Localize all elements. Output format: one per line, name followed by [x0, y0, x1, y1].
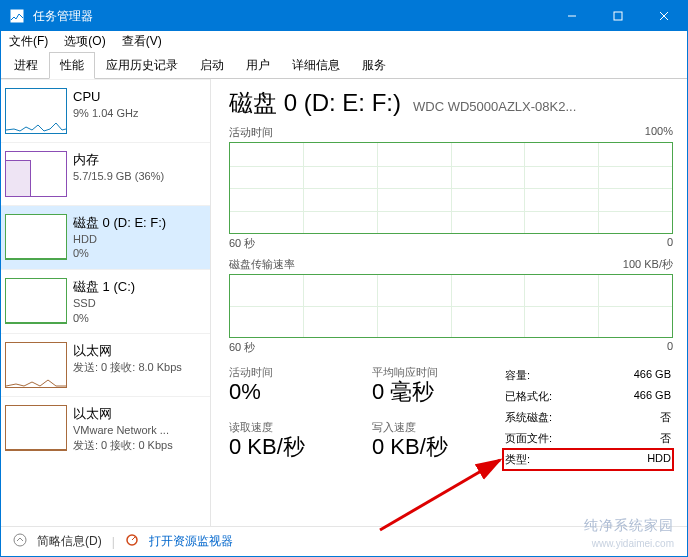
sysdisk-key: 系统磁盘: — [505, 410, 552, 425]
resmon-icon — [125, 533, 139, 550]
capacity-key: 容量: — [505, 368, 530, 383]
stat-read-speed: 读取速度 0 KB/秒 — [229, 420, 348, 459]
memory-thumb — [5, 151, 67, 197]
formatted-value: 466 GB — [634, 389, 671, 404]
sidebar[interactable]: CPU 9% 1.04 GHz 内存 5.7/15.9 GB (36%) 磁盘 … — [1, 79, 211, 526]
disk-thumb — [5, 214, 67, 260]
chart-transfer-rate: 磁盘传输速率 100 KB/秒 60 秒0 — [229, 257, 673, 355]
ethernet-thumb — [5, 405, 67, 451]
chart-max: 100% — [645, 125, 673, 140]
sidebar-item-sub2: 发送: 0 接收: 0 Kbps — [73, 438, 173, 453]
ethernet-thumb — [5, 342, 67, 388]
sidebar-item-label: 磁盘 0 (D: E: F:) — [73, 214, 166, 232]
tab-performance[interactable]: 性能 — [49, 52, 95, 79]
sidebar-item-sub: VMware Network ... — [73, 423, 173, 438]
fewer-details-link[interactable]: 简略信息(D) — [37, 533, 102, 550]
disk-model: WDC WD5000AZLX-08K2... — [413, 99, 576, 114]
menu-options[interactable]: 选项(O) — [62, 32, 107, 51]
sidebar-item-label: 内存 — [73, 151, 164, 169]
disk-thumb — [5, 278, 67, 324]
type-value: HDD — [647, 452, 671, 467]
chart-foot: 60 秒 — [229, 340, 255, 355]
sidebar-item-sub: SSD — [73, 296, 135, 311]
sidebar-item-label: 以太网 — [73, 342, 182, 360]
menu-file[interactable]: 文件(F) — [7, 32, 50, 51]
chart-foot: 60 秒 — [229, 236, 255, 251]
menu-view[interactable]: 查看(V) — [120, 32, 164, 51]
sidebar-item-label: CPU — [73, 88, 138, 106]
sidebar-item-sub: 5.7/15.9 GB (36%) — [73, 169, 164, 184]
minimize-button[interactable] — [549, 1, 595, 31]
window-controls — [549, 1, 687, 31]
sidebar-item-label: 磁盘 1 (C:) — [73, 278, 135, 296]
sidebar-item-disk0[interactable]: 磁盘 0 (D: E: F:) HDD 0% — [1, 205, 210, 269]
sidebar-item-cpu[interactable]: CPU 9% 1.04 GHz — [1, 79, 210, 142]
stat-write-speed: 写入速度 0 KB/秒 — [372, 420, 491, 459]
svg-rect-3 — [614, 12, 622, 20]
tab-app-history[interactable]: 应用历史记录 — [95, 52, 189, 79]
maximize-button[interactable] — [595, 1, 641, 31]
stat-avg-response: 平均响应时间 0 毫秒 — [372, 365, 491, 404]
sidebar-item-disk1[interactable]: 磁盘 1 (C:) SSD 0% — [1, 269, 210, 333]
capacity-value: 466 GB — [634, 368, 671, 383]
svg-rect-0 — [10, 9, 24, 23]
menubar: 文件(F) 选项(O) 查看(V) — [1, 31, 687, 51]
formatted-key: 已格式化: — [505, 389, 552, 404]
chart-area — [229, 274, 673, 338]
type-row-highlighted: 类型:HDD — [503, 449, 673, 470]
window-title: 任务管理器 — [33, 8, 549, 25]
tab-users[interactable]: 用户 — [235, 52, 281, 79]
page-title: 磁盘 0 (D: E: F:) — [229, 87, 401, 119]
sysdisk-value: 否 — [660, 410, 671, 425]
chart-label: 活动时间 — [229, 125, 273, 140]
tab-startup[interactable]: 启动 — [189, 52, 235, 79]
cpu-thumb — [5, 88, 67, 134]
chevron-up-icon[interactable] — [13, 533, 27, 550]
chart-area — [229, 142, 673, 234]
stat-active-time: 活动时间 0% — [229, 365, 348, 404]
pagefile-key: 页面文件: — [505, 431, 552, 446]
sidebar-item-ethernet-0[interactable]: 以太网 发送: 0 接收: 8.0 Kbps — [1, 333, 210, 396]
type-key: 类型: — [505, 452, 530, 467]
chart-max: 100 KB/秒 — [623, 257, 673, 272]
footer: 简略信息(D) | 打开资源监视器 — [1, 526, 687, 556]
tabbar: 进程 性能 应用历史记录 启动 用户 详细信息 服务 — [1, 51, 687, 79]
titlebar: 任务管理器 — [1, 1, 687, 31]
tab-services[interactable]: 服务 — [351, 52, 397, 79]
sidebar-item-sub: HDD — [73, 232, 166, 247]
app-icon — [9, 8, 25, 24]
sidebar-item-sub2: 0% — [73, 311, 135, 326]
svg-line-8 — [132, 537, 135, 540]
sidebar-item-sub2: 0% — [73, 246, 166, 261]
sidebar-item-memory[interactable]: 内存 5.7/15.9 GB (36%) — [1, 142, 210, 205]
tab-processes[interactable]: 进程 — [3, 52, 49, 79]
main-panel: 磁盘 0 (D: E: F:) WDC WD5000AZLX-08K2... 活… — [211, 79, 687, 526]
chart-label: 磁盘传输速率 — [229, 257, 295, 272]
sidebar-item-ethernet-1[interactable]: 以太网 VMware Network ... 发送: 0 接收: 0 Kbps — [1, 396, 210, 460]
pagefile-value: 否 — [660, 431, 671, 446]
close-button[interactable] — [641, 1, 687, 31]
sidebar-item-label: 以太网 — [73, 405, 173, 423]
disk-properties: 容量:466 GB 已格式化:466 GB 系统磁盘:否 页面文件:否 类型:H… — [503, 365, 673, 470]
sidebar-item-sub: 发送: 0 接收: 8.0 Kbps — [73, 360, 182, 375]
open-resmon-link[interactable]: 打开资源监视器 — [149, 533, 233, 550]
sidebar-item-sub: 9% 1.04 GHz — [73, 106, 138, 121]
tab-details[interactable]: 详细信息 — [281, 52, 351, 79]
svg-point-6 — [14, 534, 26, 546]
chart-active-time: 活动时间 100% 60 秒0 — [229, 125, 673, 251]
